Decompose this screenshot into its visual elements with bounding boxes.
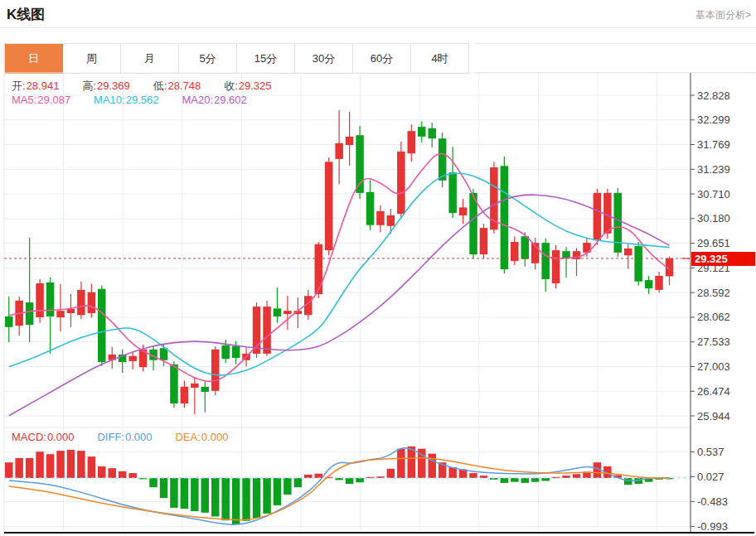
legend-item: DIFF:0.000	[97, 431, 163, 443]
svg-text:31.769: 31.769	[697, 138, 730, 151]
legend-label: MA5:	[12, 94, 36, 106]
svg-text:-0.483: -0.483	[697, 495, 728, 508]
legend-item: MA10:29.562	[94, 94, 170, 106]
svg-text:28.592: 28.592	[697, 287, 730, 299]
legend-label: DEA:	[175, 431, 200, 443]
svg-text:29.651: 29.651	[697, 237, 730, 249]
legend-item: DEA:0.000	[175, 431, 240, 443]
svg-text:28.062: 28.062	[697, 311, 730, 323]
legend-value: 28.941	[27, 80, 60, 92]
svg-text:27.003: 27.003	[697, 360, 730, 373]
svg-text:26.474: 26.474	[697, 385, 730, 398]
legend-label: 高:	[82, 80, 96, 92]
legend-value: 29.325	[239, 80, 272, 92]
legend-item: 低:28.748	[153, 80, 212, 92]
svg-text:30.180: 30.180	[697, 212, 730, 225]
kline-widget: K线图 基本面分析> 日周月5分15分30分60分4时 开:28.941高:29…	[0, 0, 756, 536]
svg-text:0.027: 0.027	[697, 471, 724, 483]
legend-label: DIFF:	[97, 431, 124, 443]
macd-legend: MACD:0.000DIFF:0.000DEA:0.000	[12, 431, 251, 443]
legend-value: 28.748	[167, 80, 201, 92]
ma20-line	[9, 195, 670, 416]
svg-text:30.710: 30.710	[697, 188, 730, 200]
legend-label: MA10:	[94, 94, 125, 106]
legend-item: MA5:29.087	[12, 94, 82, 106]
legend-value: 29.602	[214, 94, 247, 106]
svg-text:25.944: 25.944	[697, 410, 730, 423]
macd-histogram	[5, 447, 673, 524]
legend-item: 收:29.325	[224, 80, 283, 92]
svg-text:0.537: 0.537	[697, 446, 724, 458]
legend-value: 0.000	[47, 431, 75, 443]
legend-value: 0.000	[201, 431, 229, 443]
legend-value: 29.369	[97, 80, 130, 92]
svg-text:32.299: 32.299	[697, 113, 730, 126]
svg-text:32.828: 32.828	[697, 89, 730, 102]
legend-label: MACD:	[12, 431, 46, 443]
diff-line	[9, 448, 670, 524]
legend-label: MA20:	[182, 94, 213, 106]
ma10-line	[9, 173, 670, 375]
legend-item: MA20:29.602	[182, 94, 258, 106]
legend-value: 0.000	[125, 431, 153, 443]
legend-label: 开:	[12, 80, 26, 92]
legend-label: 收:	[224, 80, 238, 92]
ohlc-legend: 开:28.941高:29.369低:28.748收:29.325	[12, 79, 295, 94]
svg-text:27.533: 27.533	[697, 336, 730, 348]
svg-text:31.239: 31.239	[697, 163, 730, 176]
dea-line	[9, 458, 670, 520]
legend-value: 29.087	[37, 94, 70, 106]
legend-item: 开:28.941	[12, 80, 70, 92]
legend-item: 高:29.369	[82, 80, 141, 92]
candles-layer	[5, 110, 673, 414]
svg-text:-0.993: -0.993	[697, 520, 728, 533]
legend-label: 低:	[153, 80, 167, 92]
legend-item: MACD:0.000	[12, 431, 85, 443]
legend-value: 29.562	[126, 94, 159, 106]
price-axis: 32.82832.29931.76931.23930.71030.18029.6…	[691, 89, 730, 533]
ma-legend: MA5:29.087MA10:29.562MA20:29.602	[12, 94, 270, 106]
current-price-badge: 29.325	[691, 252, 755, 266]
